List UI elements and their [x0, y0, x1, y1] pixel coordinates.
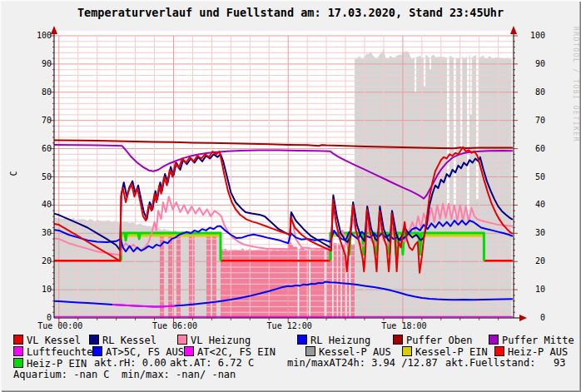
gray-area-notch	[447, 44, 449, 211]
legend-label: VL Heizung	[191, 335, 251, 346]
legend-item: Kessel-P AUS	[305, 346, 391, 358]
legend-item: RL Kessel	[89, 335, 156, 346]
pink-area-gap	[309, 237, 310, 318]
y-tick-label-left: 80	[27, 87, 52, 97]
gray-area-notch	[430, 44, 431, 70]
y-tick-label-right: 70	[520, 116, 545, 126]
legend-color-box	[297, 335, 307, 345]
legend-item: VL Heizung	[177, 335, 251, 346]
legend-label: Luftfeuchte	[27, 346, 92, 358]
legend-color-box	[305, 346, 315, 356]
legend-label: Kessel-P AUS	[319, 346, 391, 358]
y-tick-label-right: 90	[520, 59, 545, 69]
gray-area-notch	[415, 44, 416, 92]
legend-label: akt.Fuellstand: 93	[445, 357, 566, 369]
y-tick-label-left: 100	[27, 31, 52, 41]
y-tick-label-right: 40	[520, 200, 545, 210]
pink-stripe	[212, 233, 216, 318]
legend-label: AT>5C, FS AUS	[106, 346, 184, 358]
legend-label: akt.rH: 0.00	[94, 357, 166, 369]
y-tick-label-right: 0	[520, 313, 545, 323]
legend-color-box	[13, 346, 23, 356]
y-axis-arrow-right	[510, 26, 517, 34]
legend-label: Heiz-P AUS	[508, 346, 568, 358]
y-tick-label-right: 60	[520, 144, 545, 154]
legend-color-box	[177, 335, 187, 345]
gray-area-notch	[454, 44, 456, 216]
legend-label: Puffer Mitte	[502, 335, 574, 346]
legend-stat: akt.rH: 0.00	[94, 358, 166, 369]
gray-area-notch	[470, 44, 472, 115]
legend-stat: Aquarium: -nan C min/max: -nan/ -nan	[13, 370, 236, 380]
y-tick-label-right: 100	[520, 31, 545, 41]
pink-area-gap	[340, 237, 341, 318]
legend-label: RL Heizung	[310, 335, 370, 346]
chart-plot-area	[0, 0, 581, 392]
legend-item: Kessel-P EIN	[402, 346, 488, 358]
legend-label: Heiz-P EIN	[27, 358, 87, 370]
y-axis-arrow-left	[51, 26, 57, 34]
pink-stripe	[206, 233, 211, 318]
legend-item: VL Kessel	[13, 335, 81, 346]
legend-label: AT<2C, FS EIN	[197, 346, 276, 358]
y-tick-label-right: 50	[520, 172, 545, 182]
y-tick-label-right: 30	[520, 228, 545, 238]
legend-color-box	[89, 335, 99, 345]
legend-label: RL Kessel	[102, 335, 156, 346]
y-tick-label-left: 60	[27, 144, 52, 154]
y-tick-label-left: 70	[27, 116, 52, 126]
legend-color-box	[92, 346, 102, 356]
rrdtool-watermark: RRDTOOL / TOBI OETIKER	[572, 27, 579, 142]
legend-color-box	[393, 335, 403, 345]
legend-item: Puffer Oben	[393, 335, 472, 346]
y-tick-label-left: 30	[27, 228, 52, 238]
legend-label: akt.AT: 6.72 C	[170, 357, 254, 369]
y-tick-label-left: 40	[27, 200, 52, 210]
y-tick-label-right: 80	[520, 87, 545, 97]
legend-label: Puffer Oben	[406, 335, 472, 346]
x-tick-label: Tue 12:00	[267, 321, 312, 330]
legend-item: Puffer Mitte	[489, 335, 574, 346]
pink-area-gap	[337, 237, 338, 318]
pink-stripe	[168, 233, 172, 318]
legend-label: Kessel-P EIN	[415, 346, 488, 358]
legend-stat: akt.AT: 6.72 C	[170, 358, 254, 369]
legend-item: Luftfeuchte	[13, 346, 92, 358]
y-tick-label-left: 20	[27, 256, 52, 266]
gray-area-notch	[424, 44, 425, 87]
legend-item: AT>5C, FS AUS	[92, 346, 184, 358]
y-tick-label-right: 10	[520, 285, 545, 295]
legend-label: Aquarium: -nan C min/max: -nan/ -nan	[13, 369, 236, 380]
legend-item: AT<2C, FS EIN	[184, 346, 276, 358]
legend-item: Heiz-P AUS	[494, 346, 568, 358]
legend-stat: akt.Fuellstand: 93	[445, 358, 566, 369]
pink-area-gap	[325, 237, 326, 318]
x-tick-label: Tue 18:00	[381, 321, 426, 330]
legend-color-box	[13, 335, 23, 345]
legend-color-box	[494, 346, 504, 356]
gray-area-notch	[460, 44, 462, 154]
y-tick-label-left: 90	[27, 59, 52, 69]
legend-color-box	[13, 358, 23, 368]
y-tick-label-left: 50	[27, 172, 52, 182]
y-tick-label-left: 10	[27, 285, 52, 295]
legend-item: Heiz-P EIN	[13, 358, 87, 370]
pink-area-gap	[298, 237, 300, 318]
x-tick-label: Tue 00:00	[37, 321, 82, 330]
legend-stat: min/maxAT24h: 3.94 /12.87	[287, 358, 438, 369]
x-tick-label: Tue 06:00	[152, 321, 197, 330]
legend-label: min/maxAT24h: 3.94 /12.87	[287, 357, 438, 369]
legend-item: RL Heizung	[297, 335, 370, 346]
legend-color-box	[402, 346, 412, 356]
y-tick-label-right: 20	[520, 256, 545, 266]
gray-area-notch	[476, 44, 479, 199]
legend-label: VL Kessel	[27, 335, 81, 346]
legend-color-box	[184, 346, 194, 356]
rrdtool-graph: Temperaturverlauf und Fuellstand am: 17.…	[0, 0, 581, 392]
legend-color-box	[489, 335, 499, 345]
pink-area-gap	[332, 237, 334, 318]
